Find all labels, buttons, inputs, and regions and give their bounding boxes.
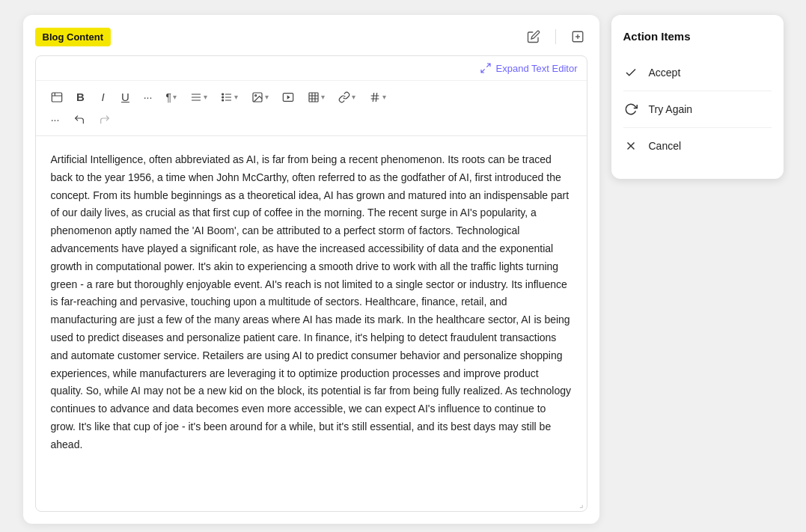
undo-tool-button[interactable]	[67, 110, 91, 129]
image-tool-button[interactable]: ▾	[245, 88, 275, 107]
more-tool-button[interactable]: ···	[138, 88, 159, 107]
table-tool-button[interactable]: ▾	[302, 88, 331, 107]
hash-tool-button[interactable]: ▾	[363, 88, 392, 107]
svg-point-14	[222, 100, 224, 101]
blog-content-badge: Blog Content	[35, 28, 112, 46]
check-icon	[623, 65, 638, 80]
svg-point-16	[255, 94, 257, 96]
resize-icon: ⌟	[579, 499, 584, 510]
more2-tool-button[interactable]: ···	[45, 110, 66, 129]
edit-icon-button[interactable]	[524, 27, 543, 46]
x-icon	[623, 138, 638, 153]
svg-line-26	[373, 93, 373, 102]
bold-tool-button[interactable]: B	[70, 87, 91, 107]
cancel-action-button[interactable]: Cancel	[623, 128, 772, 164]
try-again-label: Try Again	[649, 103, 693, 115]
main-panel: Blog Content	[23, 15, 599, 524]
cancel-label: Cancel	[649, 140, 682, 152]
editor-container: Expand Text Editor B I U	[35, 55, 587, 512]
expand-label: Expand Text Editor	[496, 63, 578, 74]
expand-bar: Expand Text Editor	[36, 56, 587, 81]
redo-tool-button[interactable]	[93, 110, 117, 129]
resize-handle[interactable]: ⌟	[36, 498, 587, 511]
action-panel: Action Items Accept Try Again Cancel	[611, 15, 784, 179]
refresh-icon	[623, 102, 638, 117]
content-text: Artificial Intelligence, often abbreviat…	[51, 151, 572, 454]
header-icons	[524, 27, 587, 46]
svg-point-12	[222, 94, 224, 95]
italic-tool-button[interactable]: I	[93, 87, 114, 107]
accept-action-button[interactable]: Accept	[623, 55, 772, 91]
svg-point-13	[222, 97, 224, 98]
video-tool-button[interactable]	[276, 88, 300, 107]
toolbar: B I U ··· ¶ ▾ ▾	[36, 81, 587, 136]
svg-marker-18	[287, 95, 290, 99]
accept-label: Accept	[649, 67, 681, 79]
try-again-action-button[interactable]: Try Again	[623, 91, 772, 128]
align-tool-button[interactable]: ▾	[184, 88, 213, 107]
svg-rect-19	[309, 93, 318, 102]
toolbar-row-1: B I U ··· ¶ ▾ ▾	[45, 87, 578, 107]
underline-tool-button[interactable]: U	[115, 87, 136, 107]
list-tool-button[interactable]: ▾	[215, 88, 244, 107]
expand-text-editor-button[interactable]: Expand Text Editor	[480, 62, 578, 74]
panel-header: Blog Content	[35, 27, 587, 46]
svg-rect-3	[52, 93, 61, 102]
toolbar-row-2: ···	[45, 110, 578, 129]
action-panel-title: Action Items	[623, 30, 772, 43]
svg-line-27	[376, 93, 376, 102]
add-icon-button[interactable]	[568, 27, 587, 46]
header-divider	[555, 29, 556, 44]
paragraph-tool-button[interactable]: ¶ ▾	[160, 88, 183, 107]
content-area[interactable]: Artificial Intelligence, often abbreviat…	[36, 136, 587, 498]
link-tool-button[interactable]: ▾	[332, 88, 361, 107]
embed-tool-button[interactable]	[45, 88, 69, 107]
